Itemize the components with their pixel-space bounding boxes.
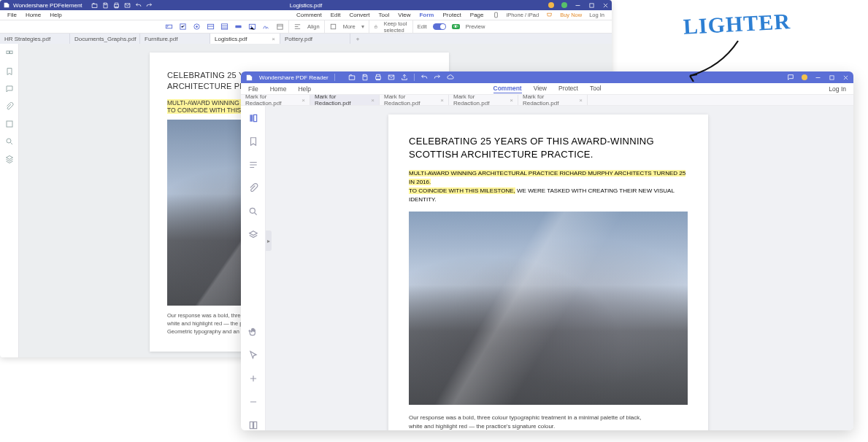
qat-print-icon[interactable] bbox=[375, 74, 382, 81]
qat-save-icon[interactable] bbox=[102, 2, 109, 9]
tab-0[interactable]: Mark for Redaction.pdf× bbox=[241, 95, 310, 105]
qat-undo-icon[interactable] bbox=[420, 74, 428, 81]
qat-save-icon[interactable] bbox=[361, 74, 369, 81]
qat-cloud-icon[interactable] bbox=[447, 74, 454, 81]
edit-preview-toggle[interactable] bbox=[433, 23, 446, 30]
cart-icon[interactable] bbox=[546, 12, 553, 18]
menu-home[interactable]: Home bbox=[270, 85, 287, 93]
ribbon-protect[interactable]: Protect bbox=[558, 85, 578, 93]
page-layout-icon[interactable] bbox=[248, 420, 258, 430]
lock-icon[interactable] bbox=[374, 23, 378, 31]
menu-help[interactable]: Help bbox=[50, 12, 61, 18]
listbox-icon[interactable] bbox=[220, 23, 228, 31]
select-tool-icon[interactable] bbox=[248, 350, 258, 360]
layers-icon[interactable] bbox=[248, 230, 258, 240]
chevron-down-icon[interactable]: ▾ bbox=[361, 23, 364, 30]
tab-2[interactable]: Mark for Redaction.pdf× bbox=[380, 95, 449, 105]
signature-icon[interactable] bbox=[262, 23, 270, 31]
tab-close-icon[interactable]: × bbox=[371, 97, 375, 104]
search-icon[interactable] bbox=[248, 206, 258, 217]
buy-now[interactable]: Buy Now bbox=[560, 12, 582, 18]
status-dot-icon[interactable] bbox=[802, 74, 807, 80]
ribbon-tool[interactable]: Tool bbox=[379, 12, 390, 18]
search-icon[interactable] bbox=[5, 137, 14, 146]
qat-redo-icon[interactable] bbox=[146, 2, 153, 9]
more-label[interactable]: More bbox=[343, 23, 356, 30]
thumbnails-icon[interactable] bbox=[5, 50, 14, 58]
ribbon-page[interactable]: Page bbox=[470, 12, 484, 18]
tab-3[interactable]: Mark for Redaction.pdf× bbox=[449, 95, 518, 105]
edit-label[interactable]: Edit bbox=[418, 23, 427, 30]
ribbon-protect[interactable]: Protect bbox=[442, 12, 461, 18]
fields-icon[interactable] bbox=[5, 120, 14, 128]
minimize-icon[interactable] bbox=[815, 74, 821, 81]
bookmark-icon[interactable] bbox=[5, 67, 14, 76]
ribbon-comment[interactable]: Comment bbox=[296, 12, 322, 18]
image-field-icon[interactable] bbox=[248, 23, 256, 31]
menu-help[interactable]: Help bbox=[298, 85, 310, 93]
keep-tool-label[interactable]: Keep tool selected bbox=[384, 20, 408, 34]
qat-mail-icon[interactable] bbox=[388, 74, 395, 81]
checkbox-icon[interactable] bbox=[179, 23, 187, 31]
annotations-icon[interactable] bbox=[248, 160, 258, 170]
qat-undo-icon[interactable] bbox=[135, 2, 142, 9]
menu-home[interactable]: Home bbox=[26, 12, 41, 18]
attachments-icon[interactable] bbox=[248, 183, 258, 193]
dropdown-icon[interactable] bbox=[207, 23, 215, 31]
login[interactable]: Log In bbox=[589, 12, 604, 18]
ribbon-tool[interactable]: Tool bbox=[590, 85, 602, 93]
tab-close-icon[interactable]: × bbox=[579, 97, 583, 104]
tab-4[interactable]: Mark for Redaction.pdf× bbox=[518, 95, 588, 105]
device-label[interactable]: iPhone / iPad bbox=[507, 12, 539, 18]
qat-share-icon[interactable] bbox=[401, 74, 408, 81]
align-icon[interactable] bbox=[293, 23, 302, 31]
hand-tool-icon[interactable] bbox=[248, 327, 258, 337]
tab-pottery[interactable]: Pottery.pdf bbox=[280, 34, 350, 44]
close-icon[interactable] bbox=[842, 74, 849, 81]
sync-dot-icon[interactable] bbox=[548, 2, 554, 8]
qat-redo-icon[interactable] bbox=[434, 74, 441, 81]
maximize-icon[interactable] bbox=[829, 74, 835, 81]
date-field-icon[interactable] bbox=[276, 23, 284, 31]
ribbon-convert[interactable]: Convert bbox=[350, 12, 370, 18]
radiobutton-icon[interactable] bbox=[193, 23, 201, 31]
ribbon-edit[interactable]: Edit bbox=[331, 12, 341, 18]
ribbon-view[interactable]: View bbox=[398, 12, 410, 18]
chat-icon[interactable] bbox=[787, 74, 794, 81]
tab-close-icon[interactable]: × bbox=[440, 97, 444, 104]
tab-documents[interactable]: Documents_Graphs.pdf bbox=[70, 34, 140, 44]
textfield-icon[interactable] bbox=[165, 23, 173, 31]
bookmark-icon[interactable] bbox=[248, 136, 258, 147]
tab-1[interactable]: Mark for Redaction.pdf× bbox=[310, 95, 380, 105]
zoom-out-icon[interactable] bbox=[248, 397, 258, 407]
thumbnails-icon[interactable] bbox=[248, 113, 258, 123]
align-label[interactable]: Align bbox=[307, 23, 320, 30]
preview-label[interactable]: Preview bbox=[466, 23, 485, 30]
tab-furniture[interactable]: Furniture.pdf bbox=[140, 34, 210, 44]
layers-icon[interactable] bbox=[5, 155, 14, 163]
phone-icon[interactable] bbox=[493, 12, 499, 18]
button-icon[interactable] bbox=[234, 23, 242, 31]
tab-close-icon[interactable]: × bbox=[302, 97, 305, 104]
login[interactable]: Log In bbox=[829, 85, 846, 93]
qat-print-icon[interactable] bbox=[113, 2, 120, 9]
qat-open-icon[interactable] bbox=[348, 74, 356, 81]
ribbon-form[interactable]: Form bbox=[419, 12, 434, 18]
minimize-icon[interactable] bbox=[575, 2, 581, 9]
status-dot-icon[interactable] bbox=[561, 2, 567, 8]
ribbon-view[interactable]: View bbox=[534, 85, 547, 93]
tab-close-icon[interactable]: × bbox=[510, 97, 513, 104]
qat-mail-icon[interactable] bbox=[124, 2, 131, 9]
menu-file[interactable]: File bbox=[7, 12, 17, 18]
ribbon-comment[interactable]: Comment bbox=[493, 85, 521, 93]
tab-hr[interactable]: HR Strategies.pdf bbox=[0, 34, 70, 44]
new-tab-button[interactable]: ＋ bbox=[350, 34, 365, 44]
attachments-icon[interactable] bbox=[5, 102, 14, 111]
annotations-icon[interactable] bbox=[5, 85, 14, 93]
qat-open-icon[interactable] bbox=[91, 2, 98, 9]
tab-logistics[interactable]: Logistics.pdf× bbox=[210, 34, 280, 44]
tab-close-icon[interactable]: × bbox=[272, 36, 275, 42]
maximize-icon[interactable] bbox=[588, 2, 595, 9]
zoom-in-icon[interactable] bbox=[248, 373, 258, 384]
more-icon[interactable] bbox=[329, 23, 337, 31]
